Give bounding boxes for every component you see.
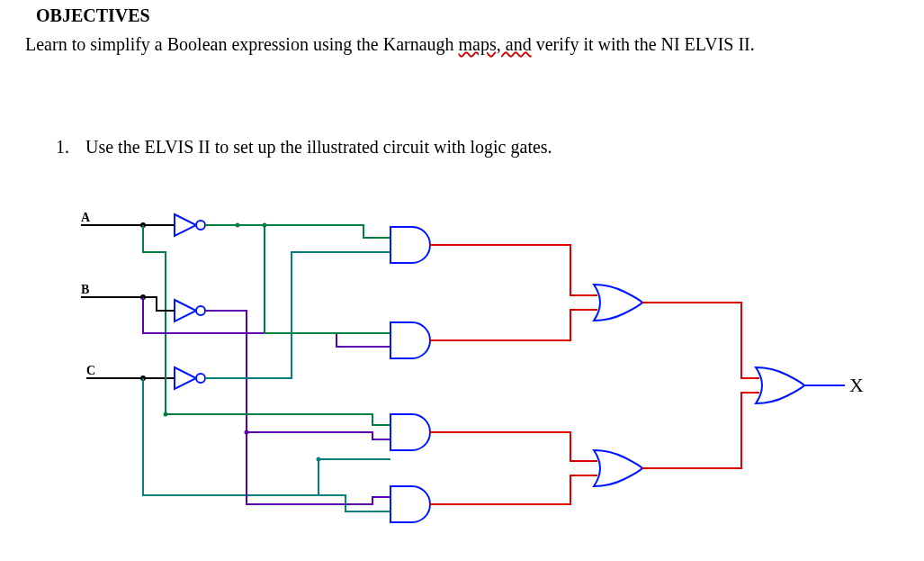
or-gate-2 — [594, 450, 642, 486]
wire-not-c — [205, 252, 390, 378]
svg-point-8 — [263, 223, 267, 228]
svg-point-11 — [317, 457, 321, 462]
svg-point-9 — [164, 412, 168, 417]
not-b-gate — [175, 300, 205, 321]
spellcheck-span: maps, and — [459, 34, 532, 54]
objectives-body: Learn to simplify a Boolean expression u… — [25, 32, 889, 56]
and-gate-3 — [390, 414, 430, 450]
or-gate-1 — [594, 285, 642, 321]
svg-point-10 — [245, 430, 249, 435]
and-gate-1 — [390, 227, 430, 263]
step-1: 1. Use the ELVIS II to set up the illust… — [56, 137, 552, 158]
wire-a — [143, 225, 166, 414]
step-text: Use the ELVIS II to set up the illustrat… — [85, 137, 552, 157]
circuit-diagram: A B C X — [67, 198, 894, 540]
not-a-gate — [175, 214, 205, 236]
page: OBJECTIVES Learn to simplify a Boolean e… — [0, 0, 924, 561]
and-gate-4 — [390, 486, 430, 522]
body-post: verify it with the NI ELVIS II. — [532, 34, 755, 54]
wire-c — [143, 378, 390, 495]
objectives-heading: OBJECTIVES — [36, 5, 150, 26]
body-pre: Learn to simplify a Boolean expression u… — [25, 34, 459, 54]
circuit-svg — [67, 198, 894, 540]
not-c-gate — [175, 367, 205, 389]
step-number: 1. — [56, 137, 81, 158]
svg-point-7 — [236, 223, 240, 228]
or-gate-final — [756, 367, 804, 403]
and-gate-2 — [390, 322, 430, 358]
